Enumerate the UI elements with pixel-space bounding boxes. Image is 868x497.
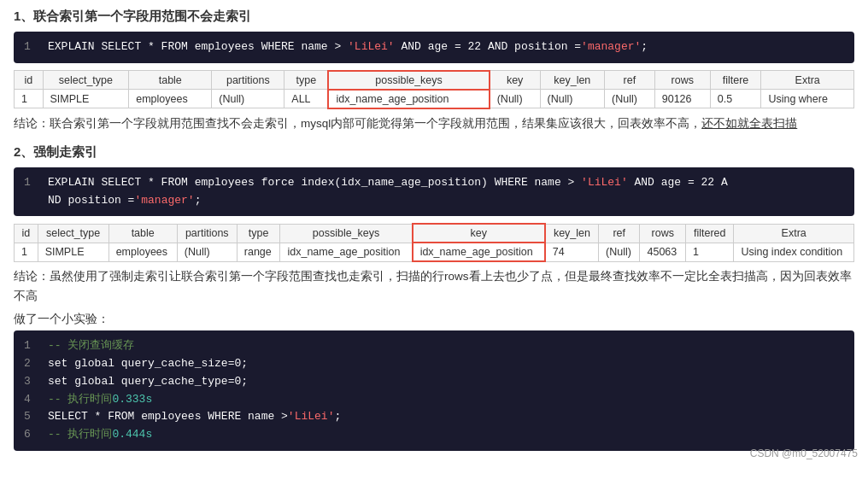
- conclusion-1: 结论：联合索引第一个字段就用范围查找不会走索引，mysql内部可能觉得第一个字段…: [14, 114, 854, 134]
- conclusion-2: 结论：虽然使用了强制走索引让联合索引第一个字段范围查找也走索引，扫描的行rows…: [14, 267, 854, 307]
- watermark: CSDN @m0_52007475: [750, 447, 858, 459]
- code-block-1: 1 EXPLAIN SELECT * FROM employees WHERE …: [14, 32, 854, 63]
- code-block-2: 1 EXPLAIN SELECT * FROM employees force …: [14, 167, 854, 217]
- section1-title: 1、联合索引第一个字段用范围不会走索引: [14, 9, 854, 25]
- result-table-2: id select_type table partitions type pos…: [14, 223, 854, 262]
- section2-title: 2、强制走索引: [14, 144, 854, 161]
- result-table-1: id select_type table partitions type pos…: [14, 70, 854, 109]
- experiment-label: 做了一个小实验：: [14, 312, 854, 327]
- code-block-experiment: 1 -- 关闭查询缓存 2 set global query_cache_siz…: [14, 330, 854, 451]
